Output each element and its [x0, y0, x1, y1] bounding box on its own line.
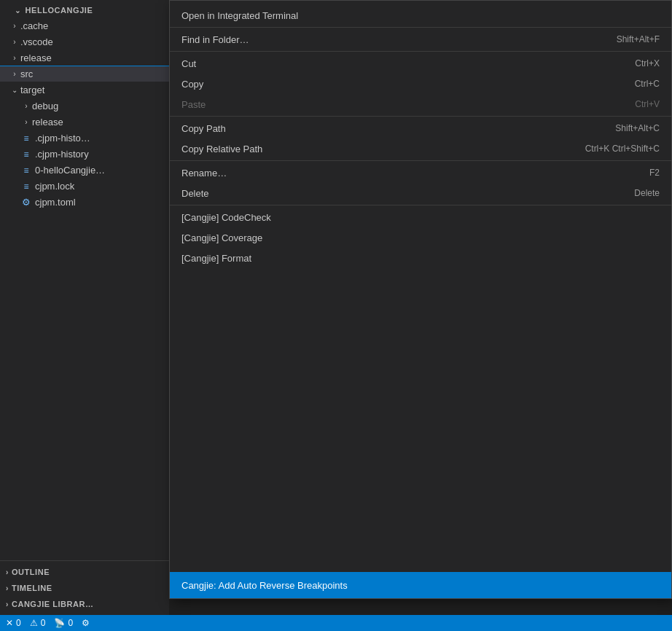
sidebar-section-timeline[interactable]: › TIMELINE: [0, 580, 169, 596]
file-icon: [20, 181, 32, 192]
menu-open-terminal[interactable]: Open in Integrated Terminal: [170, 5, 671, 26]
sidebar-item-cjpm-lock[interactable]: › cjpm.lock: [0, 178, 169, 194]
sidebar-item-release2[interactable]: › release: [0, 114, 169, 130]
menu-coverage[interactable]: [Cangjie] Coverage: [170, 227, 671, 248]
sidebar-item-src[interactable]: › src: [0, 66, 169, 82]
sidebar-item-cjpm-toml[interactable]: › cjpm.toml: [0, 194, 169, 210]
menu-separator-5: [170, 205, 671, 205]
sidebar-section-cangjie-library[interactable]: › CANGJIE LIBRAR…: [0, 596, 169, 612]
sidebar-sections: › OUTLINE › TIMELINE › CANGJIE LIBRAR…: [0, 560, 169, 615]
menu-rename[interactable]: Rename… F2: [170, 162, 671, 183]
menu-paste[interactable]: Paste Ctrl+V: [170, 94, 671, 114]
menu-copy[interactable]: Copy Ctrl+C: [170, 74, 671, 94]
chevron-right-icon: ›: [9, 70, 20, 78]
status-gear[interactable]: ⚙: [82, 618, 90, 628]
context-menu: Open in Integrated Terminal Find in Fold…: [169, 0, 672, 599]
file-icon: [20, 133, 32, 144]
chevron-right-icon: ›: [9, 54, 20, 62]
sidebar-item-target[interactable]: ⌄ target: [0, 82, 169, 98]
chevron-right-icon: ›: [9, 38, 20, 46]
menu-find-in-folder[interactable]: Find in Folder… Shift+Alt+F: [170, 29, 671, 50]
chevron-right-icon: ›: [9, 22, 20, 30]
menu-delete[interactable]: Delete Delete: [170, 183, 671, 203]
menu-separator-1: [170, 27, 671, 28]
sidebar: ⌄ HELLOCANGJIE › .cache › .vscode › rele…: [0, 0, 169, 615]
sidebar-item-hello-cangjie[interactable]: › 0-helloCangjie…: [0, 162, 169, 178]
status-warnings[interactable]: ⚠ 0: [30, 618, 46, 628]
chevron-right-icon: ›: [20, 102, 32, 110]
sidebar-item-cjpm-history1[interactable]: › .cjpm-histo…: [0, 130, 169, 146]
menu-cut[interactable]: Cut Ctrl+X: [170, 53, 671, 74]
sidebar-tree: › .cache › .vscode › release › src: [0, 17, 169, 560]
status-errors[interactable]: ✕ 0: [6, 618, 21, 628]
menu-copy-relative-path[interactable]: Copy Relative Path Ctrl+K Ctrl+Shift+C: [170, 138, 671, 159]
status-info[interactable]: 📡 0: [54, 618, 73, 628]
sidebar-title: HELLOCANGJIE: [26, 6, 93, 15]
sidebar-section-outline[interactable]: › OUTLINE: [0, 564, 169, 580]
menu-separator-2: [170, 51, 671, 52]
gear-icon: [20, 197, 32, 208]
sidebar-item-cjpm-history2[interactable]: › .cjpm-history: [0, 146, 169, 162]
menu-separator-4: [170, 160, 671, 161]
error-icon: ✕: [6, 618, 13, 628]
sidebar-item-debug[interactable]: › debug: [0, 98, 169, 114]
status-bar: ✕ 0 ⚠ 0 📡 0 ⚙: [0, 615, 672, 631]
file-icon: [20, 149, 32, 160]
sidebar-item-vscode[interactable]: › .vscode: [0, 34, 169, 50]
chevron-down-icon: ⌄: [9, 86, 20, 94]
menu-format[interactable]: [Cangjie] Format: [170, 248, 671, 268]
menu-bottom-bar[interactable]: Cangjie: Add Auto Reverse Breakpoints: [170, 572, 671, 598]
chevron-right-icon: ›: [6, 584, 9, 592]
chevron-right-icon: ›: [6, 568, 9, 576]
sidebar-item-release1[interactable]: › release: [0, 50, 169, 66]
sidebar-item-cache[interactable]: › .cache: [0, 17, 169, 34]
sidebar-chevron-down: ⌄: [15, 7, 21, 15]
gear-status-icon: ⚙: [82, 618, 90, 628]
menu-copy-path[interactable]: Copy Path Shift+Alt+C: [170, 118, 671, 138]
chevron-right-icon: ›: [6, 600, 9, 608]
file-icon: [20, 165, 32, 176]
broadcast-icon: 📡: [54, 618, 65, 628]
warning-icon: ⚠: [30, 618, 38, 628]
sidebar-header[interactable]: ⌄ HELLOCANGJIE: [0, 0, 169, 17]
chevron-right-icon: ›: [20, 118, 32, 126]
menu-codecheck[interactable]: [Cangjie] CodeCheck: [170, 207, 671, 227]
menu-separator-3: [170, 116, 671, 117]
